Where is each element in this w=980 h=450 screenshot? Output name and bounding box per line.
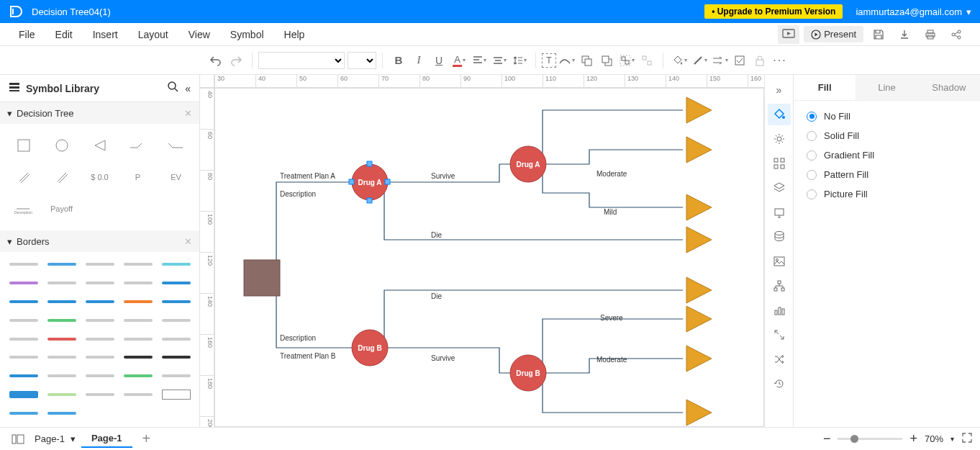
connector-button[interactable]: ▾ xyxy=(556,50,576,71)
present-button[interactable]: Present xyxy=(804,26,863,42)
border-item[interactable] xyxy=(6,333,41,346)
border-item[interactable] xyxy=(158,295,194,308)
menu-insert[interactable]: Insert xyxy=(83,29,128,40)
border-item[interactable] xyxy=(44,333,79,346)
diagram-svg[interactable]: Drug A Drug A Drug B Drug B xyxy=(215,89,762,427)
user-account-menu[interactable]: iammurtaza4@gmail.com ▾ xyxy=(856,6,971,17)
add-page-button[interactable]: + xyxy=(132,431,161,447)
symbol-square[interactable] xyxy=(6,131,41,160)
border-item[interactable] xyxy=(82,351,117,364)
border-item[interactable] xyxy=(82,258,117,271)
border-item[interactable] xyxy=(6,369,41,382)
border-item[interactable] xyxy=(120,314,155,327)
symbol-slash1[interactable] xyxy=(6,163,41,192)
download-icon[interactable] xyxy=(894,25,915,44)
upgrade-button[interactable]: • Upgrade to Premium Version xyxy=(704,4,843,19)
fill-option-solid[interactable]: Solid Fill xyxy=(807,130,967,141)
border-item[interactable] xyxy=(158,276,194,289)
symbol-desc[interactable]: Description xyxy=(6,194,41,223)
checkbox-button[interactable] xyxy=(730,50,750,71)
database-rail-icon[interactable] xyxy=(768,226,791,248)
border-item[interactable] xyxy=(82,314,117,327)
border-item[interactable] xyxy=(6,388,41,401)
border-item[interactable] xyxy=(120,351,155,364)
page-tab[interactable]: Page-1 xyxy=(81,430,132,448)
border-item[interactable] xyxy=(158,258,194,271)
border-item[interactable] xyxy=(82,333,117,346)
border-item[interactable] xyxy=(6,276,41,289)
symbol-ev[interactable]: EV xyxy=(158,163,194,192)
border-item[interactable] xyxy=(82,369,117,382)
symbol-line2[interactable] xyxy=(158,131,194,160)
menu-help[interactable]: Help xyxy=(274,29,315,40)
outcome-node[interactable] xyxy=(686,137,712,163)
bold-button[interactable]: B xyxy=(389,50,409,71)
search-icon[interactable] xyxy=(168,81,179,95)
slideshow-icon[interactable] xyxy=(778,25,799,44)
border-item[interactable] xyxy=(44,258,79,271)
group-button[interactable]: ▾ xyxy=(617,50,637,71)
close-icon[interactable]: ✕ xyxy=(184,108,192,119)
outcome-node[interactable] xyxy=(686,277,712,303)
paper[interactable]: Drug A Drug A Drug B Drug B xyxy=(214,88,764,427)
close-icon[interactable]: ✕ xyxy=(184,236,192,247)
tree-rail-icon[interactable] xyxy=(768,275,791,297)
fill-option-pattern[interactable]: Pattern Fill xyxy=(807,169,967,180)
section-decision-tree[interactable]: ▾ Decision Tree ✕ xyxy=(0,102,199,124)
border-item[interactable] xyxy=(82,276,117,289)
settings-rail-icon[interactable] xyxy=(768,128,791,150)
stroke-button[interactable]: ▾ xyxy=(689,50,709,71)
font-size-select[interactable] xyxy=(348,52,376,69)
border-item[interactable] xyxy=(120,333,155,346)
border-item[interactable] xyxy=(82,388,117,401)
print-icon[interactable] xyxy=(920,25,941,44)
border-item[interactable] xyxy=(158,351,194,364)
border-item[interactable] xyxy=(6,314,41,327)
lock-button[interactable] xyxy=(750,50,770,71)
chart-rail-icon[interactable] xyxy=(768,300,791,321)
border-item[interactable] xyxy=(44,369,79,382)
shuffle-rail-icon[interactable] xyxy=(768,348,791,370)
font-color-button[interactable]: A▾ xyxy=(449,50,469,71)
arrows-button[interactable]: ▾ xyxy=(709,50,730,71)
border-item[interactable] xyxy=(120,258,155,271)
border-item[interactable] xyxy=(158,314,194,327)
undo-button[interactable] xyxy=(206,50,226,71)
symbol-line1[interactable] xyxy=(120,131,155,160)
zoom-in-button[interactable]: + xyxy=(909,431,917,446)
layers-rail-icon[interactable] xyxy=(768,177,791,199)
border-item[interactable] xyxy=(6,351,41,364)
fill-option-gradient[interactable]: Gradient Fill xyxy=(807,150,967,161)
menu-layout[interactable]: Layout xyxy=(128,29,178,40)
canvas[interactable]: 30405060708090100110120130140150160 4060… xyxy=(200,75,764,427)
border-item[interactable] xyxy=(120,369,155,382)
symbol-payoff[interactable]: Payoff xyxy=(44,194,79,223)
chevron-down-icon[interactable]: ▾ xyxy=(950,435,954,443)
border-item[interactable] xyxy=(82,295,117,308)
zoom-slider[interactable] xyxy=(838,438,902,440)
present-rail-icon[interactable] xyxy=(768,202,791,223)
border-item[interactable] xyxy=(44,314,79,327)
fill-button[interactable]: ▾ xyxy=(669,50,689,71)
border-item[interactable] xyxy=(120,276,155,289)
tab-line[interactable]: Line xyxy=(856,75,917,100)
grid-rail-icon[interactable] xyxy=(768,153,791,174)
outcome-node[interactable] xyxy=(686,97,712,123)
symbol-circle[interactable] xyxy=(44,131,79,160)
section-borders[interactable]: ▾ Borders ✕ xyxy=(0,230,199,252)
fill-option-nofill[interactable]: No Fill xyxy=(807,111,967,122)
underline-button[interactable]: U xyxy=(429,50,449,71)
ungroup-button[interactable] xyxy=(637,50,657,71)
tab-fill[interactable]: Fill xyxy=(794,75,856,100)
border-item[interactable] xyxy=(44,388,79,401)
outcome-node[interactable] xyxy=(686,306,712,332)
text-tool-button[interactable]: T xyxy=(542,53,556,68)
share-icon[interactable] xyxy=(945,25,967,44)
tab-shadow[interactable]: Shadow xyxy=(918,75,980,100)
save-icon[interactable] xyxy=(868,25,889,44)
align-h-button[interactable]: ▾ xyxy=(469,50,489,71)
border-item[interactable] xyxy=(120,295,155,308)
border-item[interactable] xyxy=(44,295,79,308)
root-node[interactable] xyxy=(244,260,280,296)
symbol-triangle[interactable] xyxy=(82,131,117,160)
